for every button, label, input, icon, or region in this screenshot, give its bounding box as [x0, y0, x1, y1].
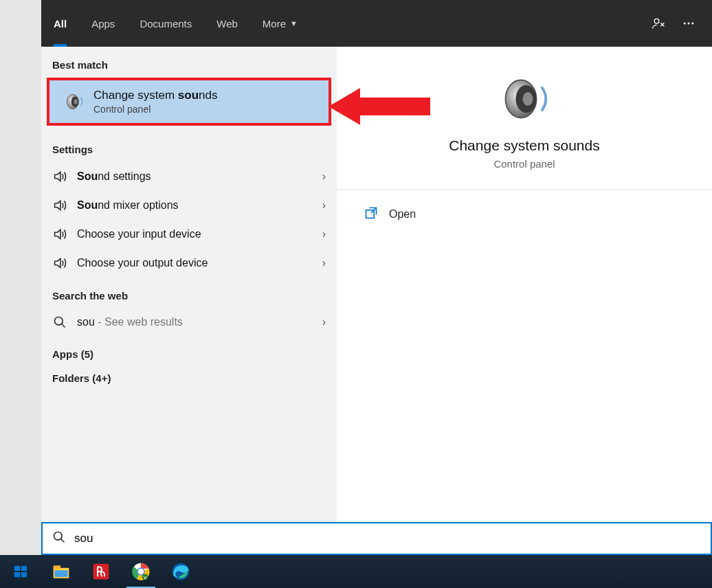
adobe-reader-icon [92, 563, 110, 580]
chevron-right-icon: › [322, 170, 326, 183]
svg-rect-18 [14, 572, 20, 577]
svg-point-2 [688, 23, 690, 25]
windows-logo-icon [13, 564, 28, 579]
tab-apps[interactable]: Apps [79, 0, 127, 47]
tab-more[interactable]: More▼ [250, 0, 310, 47]
tab-label: Apps [91, 18, 115, 30]
settings-item-output-device[interactable]: Choose your output device › [41, 249, 337, 278]
taskbar-edge[interactable] [161, 555, 201, 588]
section-apps[interactable]: Apps (5) [41, 336, 337, 367]
svg-rect-19 [21, 572, 27, 577]
tab-label: All [54, 18, 67, 30]
best-match-subtitle: Control panel [93, 104, 218, 115]
svg-point-26 [138, 569, 144, 575]
search-icon [52, 530, 66, 547]
search-tabs-bar: All Apps Documents Web More▼ [41, 0, 712, 47]
best-match-title: Change system sounds [93, 89, 218, 102]
feedback-icon[interactable] [643, 16, 674, 30]
tab-web[interactable]: Web [204, 0, 250, 47]
start-button[interactable] [0, 555, 41, 588]
sound-icon [52, 256, 67, 271]
chevron-right-icon: › [322, 257, 326, 269]
file-explorer-icon [52, 562, 71, 581]
chevron-right-icon: › [322, 316, 326, 328]
start-search-panel: All Apps Documents Web More▼ Best match [41, 0, 712, 555]
left-margin-strip [0, 0, 41, 555]
settings-item-input-device[interactable]: Choose your input device › [41, 220, 337, 249]
sound-icon [52, 169, 67, 184]
list-item-label: Choose your input device [77, 228, 201, 240]
more-options-icon[interactable] [674, 16, 704, 30]
preview-subtitle: Control panel [493, 158, 555, 170]
svg-point-1 [684, 23, 686, 25]
web-search-result[interactable]: sou - See web results › [41, 308, 337, 336]
svg-line-8 [62, 324, 65, 328]
search-body: Best match Change system sounds [41, 47, 712, 555]
svg-point-0 [654, 19, 659, 23]
chrome-icon: V [131, 562, 151, 581]
preview-title: Change system sounds [449, 137, 599, 154]
svg-rect-17 [21, 566, 27, 571]
svg-rect-16 [14, 566, 20, 571]
speaker-icon [59, 90, 89, 113]
section-search-web: Search the web [41, 278, 337, 308]
open-icon [364, 206, 378, 223]
speaker-icon [497, 71, 552, 126]
taskbar: V [0, 555, 712, 588]
svg-line-15 [61, 539, 65, 543]
tab-all[interactable]: All [41, 0, 79, 47]
best-match-result[interactable]: Change system sounds Control panel [47, 78, 331, 126]
list-item-label: Sound mixer options [77, 199, 179, 212]
section-settings: Settings [41, 131, 337, 162]
taskbar-pinned-apps: V [41, 555, 201, 588]
sound-icon [52, 198, 67, 213]
tab-label: More [263, 18, 286, 30]
open-action[interactable]: Open [337, 196, 712, 232]
preview-actions: Open [337, 190, 712, 239]
svg-point-11 [523, 92, 533, 106]
chevron-right-icon: › [322, 228, 326, 240]
tab-label: Web [216, 18, 238, 30]
list-item-label: Sound settings [77, 170, 151, 183]
settings-item-sound-settings[interactable]: Sound settings › [41, 162, 337, 191]
preview-header: Change system sounds Control panel [337, 47, 712, 190]
list-item-label: Choose your output device [77, 257, 208, 269]
taskbar-chrome[interactable]: V [121, 555, 161, 588]
edge-icon [171, 562, 190, 581]
svg-point-6 [74, 99, 77, 104]
section-best-match: Best match [41, 47, 337, 78]
taskbar-adobe-reader[interactable] [81, 555, 121, 588]
results-column: Best match Change system sounds [41, 47, 337, 555]
chevron-right-icon: › [322, 199, 326, 212]
svg-point-7 [55, 317, 63, 326]
search-input-bar[interactable] [41, 522, 712, 555]
search-input[interactable] [74, 532, 701, 545]
preview-column: Change system sounds Control panel Open [337, 47, 712, 555]
action-label: Open [389, 208, 416, 220]
list-item-label: sou - See web results [77, 316, 183, 328]
section-folders[interactable]: Folders (4+) [41, 367, 337, 391]
svg-point-14 [54, 532, 63, 541]
taskbar-file-explorer[interactable] [41, 555, 81, 588]
svg-rect-21 [54, 565, 61, 569]
sound-icon [52, 227, 67, 242]
tab-label: Documents [140, 18, 192, 30]
svg-rect-22 [54, 570, 67, 577]
chevron-down-icon: ▼ [290, 19, 298, 27]
svg-point-3 [691, 23, 693, 25]
settings-item-sound-mixer[interactable]: Sound mixer options › [41, 191, 337, 220]
search-tabs: All Apps Documents Web More▼ [41, 0, 310, 47]
best-match-text: Change system sounds Control panel [93, 89, 218, 115]
search-icon [52, 315, 67, 329]
tab-documents[interactable]: Documents [127, 0, 204, 47]
